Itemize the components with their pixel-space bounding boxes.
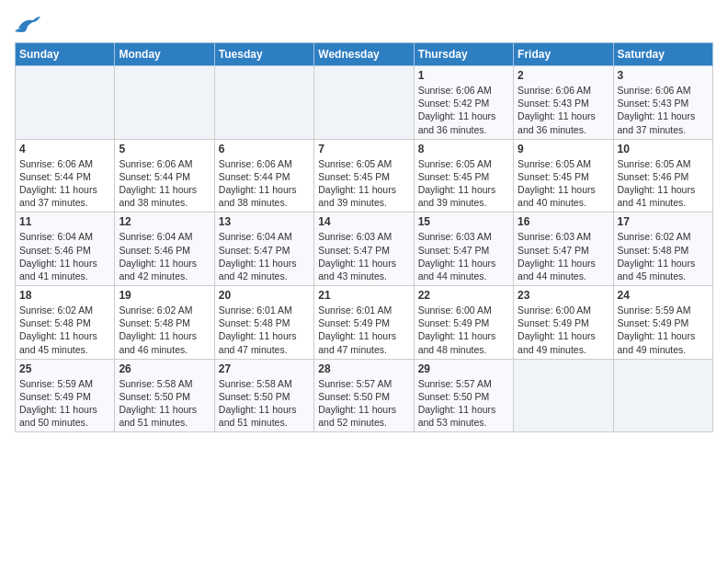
day-info: Sunrise: 6:05 AM Sunset: 5:45 PM Dayligh… xyxy=(318,157,409,210)
day-info: Sunrise: 6:02 AM Sunset: 5:48 PM Dayligh… xyxy=(618,230,709,282)
calendar-cell: 3Sunrise: 6:06 AM Sunset: 5:43 PM Daylig… xyxy=(613,66,712,140)
calendar-cell: 5Sunrise: 6:06 AM Sunset: 5:44 PM Daylig… xyxy=(115,139,214,213)
page-header xyxy=(15,15,713,35)
calendar-cell: 15Sunrise: 6:03 AM Sunset: 5:47 PM Dayli… xyxy=(414,213,513,286)
header-thursday: Thursday xyxy=(414,43,513,66)
calendar-cell: 2Sunrise: 6:06 AM Sunset: 5:43 PM Daylig… xyxy=(514,66,613,140)
calendar-cell: 1Sunrise: 6:06 AM Sunset: 5:42 PM Daylig… xyxy=(414,66,513,140)
header-tuesday: Tuesday xyxy=(214,43,313,66)
logo-bird-icon xyxy=(15,15,40,35)
calendar-cell: 19Sunrise: 6:02 AM Sunset: 5:48 PM Dayli… xyxy=(115,286,214,360)
day-info: Sunrise: 6:00 AM Sunset: 5:49 PM Dayligh… xyxy=(418,304,509,356)
calendar-cell: 20Sunrise: 6:01 AM Sunset: 5:48 PM Dayli… xyxy=(214,286,313,360)
day-info: Sunrise: 6:06 AM Sunset: 5:44 PM Dayligh… xyxy=(19,157,110,210)
calendar-cell: 17Sunrise: 6:02 AM Sunset: 5:48 PM Dayli… xyxy=(613,213,712,286)
calendar-cell xyxy=(214,66,313,140)
day-info: Sunrise: 6:06 AM Sunset: 5:43 PM Dayligh… xyxy=(618,84,709,136)
calendar-cell: 9Sunrise: 6:05 AM Sunset: 5:45 PM Daylig… xyxy=(514,139,613,213)
day-info: Sunrise: 6:05 AM Sunset: 5:45 PM Dayligh… xyxy=(518,157,609,210)
day-number: 8 xyxy=(418,143,509,155)
day-number: 9 xyxy=(518,143,609,155)
calendar-cell: 27Sunrise: 5:58 AM Sunset: 5:50 PM Dayli… xyxy=(214,359,313,432)
day-info: Sunrise: 6:01 AM Sunset: 5:48 PM Dayligh… xyxy=(219,304,310,356)
calendar-cell xyxy=(613,359,712,432)
calendar-week-row: 25Sunrise: 5:59 AM Sunset: 5:49 PM Dayli… xyxy=(16,359,713,432)
calendar-table: SundayMondayTuesdayWednesdayThursdayFrid… xyxy=(15,42,713,432)
calendar-cell xyxy=(115,66,214,140)
day-info: Sunrise: 6:03 AM Sunset: 5:47 PM Dayligh… xyxy=(318,230,409,282)
day-number: 14 xyxy=(318,215,409,228)
calendar-cell: 26Sunrise: 5:58 AM Sunset: 5:50 PM Dayli… xyxy=(115,359,214,432)
calendar-cell xyxy=(16,66,115,140)
calendar-cell: 10Sunrise: 6:05 AM Sunset: 5:46 PM Dayli… xyxy=(613,139,712,213)
calendar-cell: 24Sunrise: 5:59 AM Sunset: 5:49 PM Dayli… xyxy=(613,286,712,360)
day-info: Sunrise: 5:59 AM Sunset: 5:49 PM Dayligh… xyxy=(618,304,709,356)
calendar-header-row: SundayMondayTuesdayWednesdayThursdayFrid… xyxy=(16,43,713,66)
calendar-cell: 8Sunrise: 6:05 AM Sunset: 5:45 PM Daylig… xyxy=(414,139,513,213)
calendar-week-row: 18Sunrise: 6:02 AM Sunset: 5:48 PM Dayli… xyxy=(16,286,713,360)
calendar-cell xyxy=(314,66,414,140)
calendar-cell: 16Sunrise: 6:03 AM Sunset: 5:47 PM Dayli… xyxy=(514,213,613,286)
day-number: 18 xyxy=(19,289,110,302)
day-number: 11 xyxy=(19,215,110,228)
header-wednesday: Wednesday xyxy=(314,43,414,66)
day-info: Sunrise: 5:58 AM Sunset: 5:50 PM Dayligh… xyxy=(219,377,310,430)
calendar-cell: 4Sunrise: 6:06 AM Sunset: 5:44 PM Daylig… xyxy=(16,139,115,213)
calendar-cell: 25Sunrise: 5:59 AM Sunset: 5:49 PM Dayli… xyxy=(16,359,115,432)
day-number: 29 xyxy=(418,362,509,375)
day-number: 13 xyxy=(219,215,310,228)
day-info: Sunrise: 6:04 AM Sunset: 5:47 PM Dayligh… xyxy=(219,230,310,282)
day-info: Sunrise: 6:02 AM Sunset: 5:48 PM Dayligh… xyxy=(119,304,210,356)
header-friday: Friday xyxy=(514,43,613,66)
day-info: Sunrise: 5:57 AM Sunset: 5:50 PM Dayligh… xyxy=(318,377,409,430)
header-sunday: Sunday xyxy=(16,43,115,66)
day-number: 16 xyxy=(518,215,609,228)
calendar-week-row: 1Sunrise: 6:06 AM Sunset: 5:42 PM Daylig… xyxy=(16,66,713,140)
day-number: 25 xyxy=(19,362,110,375)
day-info: Sunrise: 5:59 AM Sunset: 5:49 PM Dayligh… xyxy=(19,377,110,430)
calendar-cell: 14Sunrise: 6:03 AM Sunset: 5:47 PM Dayli… xyxy=(314,213,414,286)
day-info: Sunrise: 6:06 AM Sunset: 5:44 PM Dayligh… xyxy=(119,157,210,210)
day-number: 7 xyxy=(318,143,409,155)
day-number: 15 xyxy=(418,215,509,228)
day-number: 12 xyxy=(119,215,210,228)
day-number: 26 xyxy=(119,362,210,375)
day-number: 1 xyxy=(418,69,509,82)
day-info: Sunrise: 6:03 AM Sunset: 5:47 PM Dayligh… xyxy=(418,230,509,282)
calendar-cell: 18Sunrise: 6:02 AM Sunset: 5:48 PM Dayli… xyxy=(16,286,115,360)
day-info: Sunrise: 6:06 AM Sunset: 5:42 PM Dayligh… xyxy=(418,84,509,136)
day-info: Sunrise: 5:58 AM Sunset: 5:50 PM Dayligh… xyxy=(119,377,210,430)
calendar-cell: 29Sunrise: 5:57 AM Sunset: 5:50 PM Dayli… xyxy=(414,359,513,432)
day-info: Sunrise: 6:06 AM Sunset: 5:43 PM Dayligh… xyxy=(518,84,609,136)
day-number: 24 xyxy=(618,289,709,302)
calendar-week-row: 4Sunrise: 6:06 AM Sunset: 5:44 PM Daylig… xyxy=(16,139,713,213)
day-info: Sunrise: 6:05 AM Sunset: 5:45 PM Dayligh… xyxy=(418,157,509,210)
day-number: 20 xyxy=(219,289,310,302)
day-number: 19 xyxy=(119,289,210,302)
calendar-cell: 21Sunrise: 6:01 AM Sunset: 5:49 PM Dayli… xyxy=(314,286,414,360)
day-number: 6 xyxy=(219,143,310,155)
day-number: 27 xyxy=(219,362,310,375)
header-monday: Monday xyxy=(115,43,214,66)
day-info: Sunrise: 6:06 AM Sunset: 5:44 PM Dayligh… xyxy=(219,157,310,210)
day-number: 28 xyxy=(318,362,409,375)
day-info: Sunrise: 6:02 AM Sunset: 5:48 PM Dayligh… xyxy=(19,304,110,356)
day-info: Sunrise: 6:04 AM Sunset: 5:46 PM Dayligh… xyxy=(19,230,110,282)
calendar-cell: 6Sunrise: 6:06 AM Sunset: 5:44 PM Daylig… xyxy=(214,139,313,213)
calendar-cell xyxy=(514,359,613,432)
logo xyxy=(15,15,44,35)
day-number: 10 xyxy=(618,143,709,155)
day-info: Sunrise: 6:03 AM Sunset: 5:47 PM Dayligh… xyxy=(518,230,609,282)
calendar-cell: 22Sunrise: 6:00 AM Sunset: 5:49 PM Dayli… xyxy=(414,286,513,360)
day-number: 22 xyxy=(418,289,509,302)
day-number: 17 xyxy=(618,215,709,228)
day-info: Sunrise: 6:05 AM Sunset: 5:46 PM Dayligh… xyxy=(618,157,709,210)
day-number: 3 xyxy=(618,69,709,82)
day-info: Sunrise: 6:00 AM Sunset: 5:49 PM Dayligh… xyxy=(518,304,609,356)
calendar-cell: 12Sunrise: 6:04 AM Sunset: 5:46 PM Dayli… xyxy=(115,213,214,286)
header-saturday: Saturday xyxy=(613,43,712,66)
day-number: 2 xyxy=(518,69,609,82)
calendar-cell: 28Sunrise: 5:57 AM Sunset: 5:50 PM Dayli… xyxy=(314,359,414,432)
calendar-cell: 11Sunrise: 6:04 AM Sunset: 5:46 PM Dayli… xyxy=(16,213,115,286)
calendar-cell: 7Sunrise: 6:05 AM Sunset: 5:45 PM Daylig… xyxy=(314,139,414,213)
